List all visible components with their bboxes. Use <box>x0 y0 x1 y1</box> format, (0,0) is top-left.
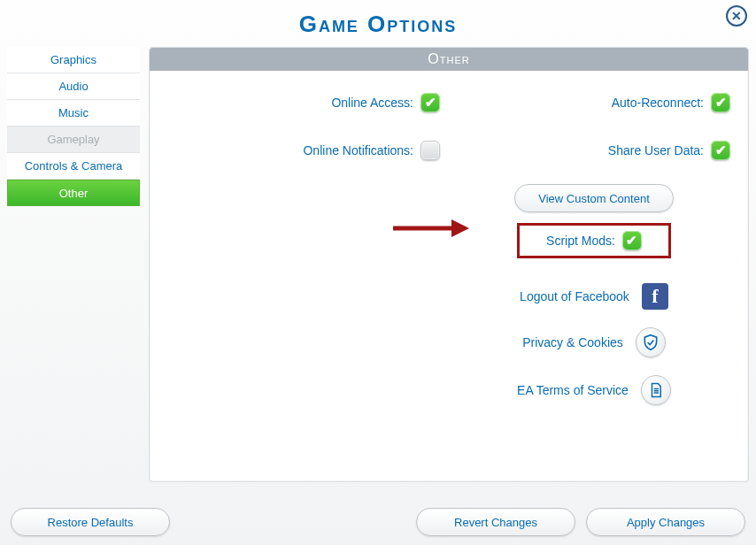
option-online-access: Online Access: ✔ <box>167 85 440 120</box>
share-user-data-checkbox[interactable]: ✔ <box>711 141 730 160</box>
document-icon <box>641 375 671 405</box>
script-mods-checkbox[interactable]: ✔ <box>622 231 642 250</box>
view-custom-content-button[interactable]: View Custom Content <box>514 184 674 212</box>
privacy-cookies-label: Privacy & Cookies <box>522 335 623 349</box>
left-column: Online Access: ✔ Online Notifications: ✔ <box>167 85 440 414</box>
online-notifications-checkbox[interactable]: ✔ <box>420 141 440 160</box>
svg-marker-1 <box>451 219 469 237</box>
sidebar: Graphics Audio Music Gameplay Controls &… <box>7 47 140 482</box>
close-icon: ✕ <box>731 9 742 23</box>
window-title: Game Options <box>0 0 756 47</box>
right-column: Auto-Reconnect: ✔ Share User Data: ✔ Vie… <box>458 85 730 414</box>
tab-other[interactable]: Other <box>7 180 140 206</box>
auto-reconnect-label: Auto-Reconnect: <box>612 96 704 110</box>
apply-changes-button[interactable]: Apply Changes <box>586 508 745 536</box>
footer: Restore Defaults Revert Changes Apply Ch… <box>0 508 756 536</box>
option-online-notifications: Online Notifications: ✔ <box>167 133 440 168</box>
script-mods-label: Script Mods: <box>546 234 615 248</box>
option-share-user-data: Share User Data: ✔ <box>458 133 730 168</box>
panel-other: Other Online Access: ✔ Online Notificati… <box>149 47 749 482</box>
script-mods-highlight: Script Mods: ✔ <box>517 223 671 258</box>
ea-tos-label: EA Terms of Service <box>517 383 629 397</box>
online-access-checkbox[interactable]: ✔ <box>420 93 440 112</box>
online-notifications-label: Online Notifications: <box>303 143 413 157</box>
tab-music[interactable]: Music <box>7 100 140 127</box>
logout-facebook-label: Logout of Facebook <box>520 289 629 303</box>
privacy-cookies-link[interactable]: Privacy & Cookies <box>522 327 666 357</box>
annotation-arrow-icon <box>391 218 471 239</box>
ea-tos-link[interactable]: EA Terms of Service <box>517 375 671 405</box>
online-access-label: Online Access: <box>331 96 413 110</box>
logout-facebook-link[interactable]: Logout of Facebook f <box>520 283 668 310</box>
tab-gameplay: Gameplay <box>7 127 140 153</box>
tab-graphics[interactable]: Graphics <box>7 47 140 73</box>
panel-title: Other <box>150 48 748 71</box>
restore-defaults-button[interactable]: Restore Defaults <box>11 508 170 536</box>
share-user-data-label: Share User Data: <box>608 143 704 157</box>
close-button[interactable]: ✕ <box>726 5 747 27</box>
tab-controls-camera[interactable]: Controls & Camera <box>7 153 140 180</box>
option-auto-reconnect: Auto-Reconnect: ✔ <box>458 85 730 120</box>
auto-reconnect-checkbox[interactable]: ✔ <box>711 93 730 112</box>
revert-changes-button[interactable]: Revert Changes <box>416 508 575 536</box>
facebook-icon: f <box>642 283 668 310</box>
tab-audio[interactable]: Audio <box>7 73 140 100</box>
shield-icon <box>636 327 666 357</box>
